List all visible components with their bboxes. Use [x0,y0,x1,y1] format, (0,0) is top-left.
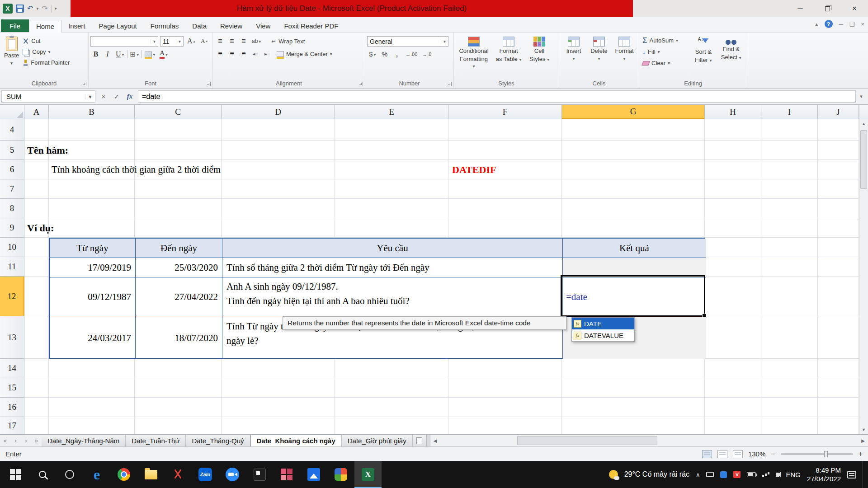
show-desktop-button[interactable] [863,461,865,488]
column-header-H[interactable]: H [705,105,761,119]
align-center-icon[interactable]: ≡ [226,49,237,59]
tab-review[interactable]: Review [213,19,249,32]
doc-close-icon[interactable]: × [861,21,864,28]
qat-customize-icon[interactable]: ▾ [55,6,57,11]
increase-indent-icon[interactable]: ▸≡ [262,49,273,59]
conditional-formatting-button[interactable]: ConditionalFormatting ▾ [456,34,492,79]
taskbar-zoom[interactable] [219,461,246,488]
number-format-combo[interactable]: General▾ [367,36,448,47]
taskbar-app-pink[interactable] [273,461,300,488]
row-header-9[interactable]: 9 [0,218,24,238]
accounting-format-icon[interactable]: $▾ [367,49,378,59]
redo-icon[interactable]: ↷ [42,5,47,12]
column-header-J[interactable]: J [818,105,859,119]
undo-icon[interactable]: ↶ [27,5,33,12]
tray-expand-icon[interactable]: ∧ [696,471,700,478]
row-header-16[interactable]: 16 [0,398,24,417]
align-left-icon[interactable]: ≡ [215,49,226,59]
vertical-scroll-thumb[interactable] [860,130,867,189]
format-painter-button[interactable]: Format Painter [21,58,71,67]
alignment-dialog-launcher-icon[interactable] [359,82,363,86]
cell-C12[interactable]: 27/04/2022 [136,277,222,317]
increase-decimal-icon[interactable]: ←.00 [404,49,419,59]
red-v-tray-icon[interactable]: V [733,471,741,478]
wrap-text-button[interactable]: ↵Wrap Text [270,37,306,46]
tab-insert[interactable]: Insert [61,19,92,32]
column-header-A[interactable]: A [24,105,49,119]
comma-style-icon[interactable]: , [392,49,402,59]
scroll-down-icon[interactable]: ▼ [859,425,868,434]
cell-C10[interactable]: Đến ngày [136,239,222,258]
cell-B11[interactable]: 17/09/2019 [50,258,136,277]
tab-formulas[interactable]: Formulas [144,19,186,32]
excel-logo-icon[interactable]: X [3,4,13,14]
first-sheet-icon[interactable]: « [0,435,10,446]
taskbar-edge[interactable]: e [83,461,110,488]
autosum-button[interactable]: ΣAutoSum▾ [641,36,689,45]
align-top-icon[interactable]: ≡ [215,36,226,46]
cell-G10[interactable]: Kết quả [563,239,706,258]
taskbar-photos[interactable] [300,461,327,488]
format-as-table-button[interactable]: Formatas Table ▾ [492,34,525,79]
cell-G11[interactable] [563,258,706,277]
name-box[interactable]: SUM ▼ [1,90,95,103]
doc-restore-icon[interactable]: ❑ [849,21,855,28]
number-dialog-launcher-icon[interactable] [447,82,452,86]
tab-page-layout[interactable]: Page Layout [92,19,144,32]
decrease-font-icon[interactable]: A▾ [199,36,210,46]
doc-minimize-icon[interactable]: ─ [839,21,843,28]
row-header-13[interactable]: 13 [0,316,24,359]
horizontal-scroll-thumb[interactable] [517,436,657,445]
column-header-C[interactable]: C [135,105,222,119]
column-header-B[interactable]: B [49,105,135,119]
normal-view-icon[interactable] [702,450,712,458]
cells-area[interactable]: Tên hàm: Tính khoảng cách thời gian giữa… [24,119,859,434]
taskbar-excel[interactable]: X [354,461,382,488]
insert-function-icon[interactable]: fx [124,91,136,102]
fill-button[interactable]: ↓Fill▾ [641,47,689,56]
undo-dropdown-icon[interactable]: ▾ [36,6,38,11]
fill-color-button[interactable]: ▾ [143,49,157,59]
cell-A9[interactable]: Ví dụ: [27,218,54,238]
cut-button[interactable]: Cut [21,36,71,46]
tab-file[interactable]: File [1,19,29,32]
paste-dropdown-icon[interactable]: ▾ [10,61,13,66]
blue-tray-icon[interactable] [720,471,727,478]
paste-button[interactable]: Paste ▾ [2,34,21,79]
battery-icon[interactable] [747,472,756,477]
expand-formula-bar-icon[interactable]: ▾ [856,94,867,99]
zoom-out-icon[interactable]: − [771,450,775,458]
column-header-E[interactable]: E [335,105,448,119]
column-header-G[interactable]: G [562,105,705,119]
clock[interactable]: 8:49 PM 27/04/2022 [807,466,841,483]
horizontal-scroll-track[interactable] [440,435,858,446]
sheet-tab-tuan-thu[interactable]: Date_Tuần-Thứ [126,435,186,446]
minimize-button[interactable]: ─ [788,2,812,15]
row-header-5[interactable]: 5 [0,141,24,160]
insert-cells-button[interactable]: Insert▾ [561,34,586,79]
increase-font-icon[interactable]: A▴ [185,36,197,46]
row-header-15[interactable]: 15 [0,378,24,398]
select-all-corner[interactable] [0,105,24,119]
decrease-indent-icon[interactable]: ◂≡ [250,49,261,59]
column-header-D[interactable]: D [222,105,335,119]
cell-A5[interactable]: Tên hàm: [27,141,68,160]
cell-styles-button[interactable]: CellStyles ▾ [525,34,553,79]
tab-view[interactable]: View [249,19,277,32]
cell-C13[interactable]: 18/07/2020 [136,317,222,359]
tab-home[interactable]: Home [29,20,61,33]
row-header-10[interactable]: 10 [0,238,24,257]
cell-B12[interactable]: 09/12/1987 [50,277,136,317]
sheet-tab-gio-phut-giay[interactable]: Date_Giờ phút giây [342,435,413,446]
row-header-14[interactable]: 14 [0,359,24,378]
cell-D12[interactable]: Anh A sinh ngày 09/12/1987. Tính đến ngà… [222,277,563,317]
taskbar-chrome[interactable] [110,461,137,488]
action-center-icon[interactable] [847,471,856,479]
taskbar-app-dark[interactable] [246,461,273,488]
zoom-in-icon[interactable]: + [859,450,863,458]
sheet-tab-ngay-thang-nam[interactable]: Date_Ngày-Tháng-Năm [42,435,126,446]
scroll-right-icon[interactable]: ▶ [858,438,868,443]
sheet-tab-thang-quy[interactable]: Date_Tháng-Quý [186,435,250,446]
italic-button[interactable]: I [102,49,113,59]
percent-style-icon[interactable]: % [379,49,390,59]
